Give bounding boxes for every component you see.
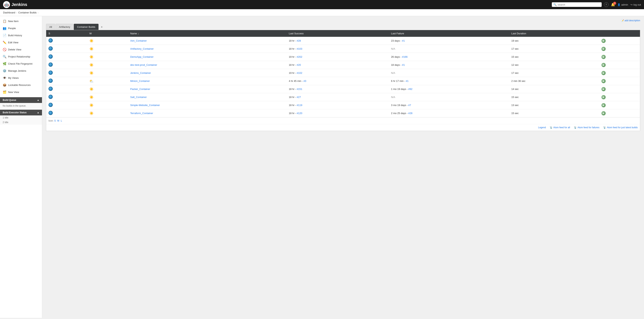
breadcrumb-dashboard[interactable]: Dashboard <box>3 11 15 14</box>
add-tab-button[interactable]: + <box>99 24 104 30</box>
run-button[interactable]: ▶ <box>602 63 606 67</box>
job-name-link[interactable]: Salt_Container <box>130 96 147 98</box>
name-cell: DemoApp_Container <box>128 53 286 61</box>
job-name-link[interactable]: Simple-Website_Container <box>130 104 160 106</box>
logout-label: log out <box>634 3 641 6</box>
build-executor-title-text: Build Executor Status <box>3 111 27 114</box>
sidebar-item-build-history[interactable]: 📄 Build History <box>0 32 42 39</box>
atom-all-link[interactable]: 📡 Atom feed for all <box>550 126 570 129</box>
col-name[interactable]: Name ↓ <box>128 30 286 37</box>
last-success-link[interactable]: #27 <box>297 96 301 98</box>
job-name-link[interactable]: dev-test-prod_Container <box>130 64 157 66</box>
run-button[interactable]: ▶ <box>602 103 606 107</box>
last-success-link[interactable]: #3 <box>304 80 306 82</box>
help-button[interactable]: ? <box>604 2 608 7</box>
search-input[interactable] <box>558 3 600 6</box>
build-queue-title: Build Queue <box>3 99 16 102</box>
icon-size-l[interactable]: L <box>61 120 62 122</box>
job-name-link[interactable]: Terraform_Container <box>130 112 153 115</box>
job-name-link[interactable]: Aim_Container <box>130 39 147 42</box>
tab-artifactory[interactable]: Artifactory <box>56 24 74 30</box>
status-cell <box>46 85 87 93</box>
last-success-cell: 19 hr - #202 <box>286 53 389 61</box>
last-success-text: 4 hr 45 min - <box>289 80 304 82</box>
weather-cell: ☀️ <box>87 45 128 53</box>
last-success-link[interactable]: #28 <box>297 39 301 42</box>
last-success-cell: 18 hr - #151 <box>286 85 389 93</box>
sidebar-label-my-views: My Views <box>8 76 18 79</box>
run-button[interactable]: ▶ <box>602 39 606 43</box>
jenkins-logo[interactable]: 🤖 Jenkins <box>3 1 27 8</box>
run-button[interactable]: ▶ <box>602 87 606 91</box>
build-queue-section[interactable]: Build Queue ▲ <box>0 97 42 103</box>
run-button[interactable]: ▶ <box>602 111 606 116</box>
logout-button[interactable]: ↪ log out <box>630 3 641 6</box>
last-failure-link[interactable]: #1 <box>406 80 408 82</box>
sidebar-item-people[interactable]: 👥 People <box>0 25 42 32</box>
last-success-link[interactable]: #119 <box>297 104 302 106</box>
last-success-link[interactable]: #202 <box>297 56 302 58</box>
sidebar-label-people: People <box>8 27 16 30</box>
last-success-text: 18 hr - <box>289 64 297 66</box>
sidebar-item-delete-view[interactable]: 🚫 Delete View <box>0 46 42 53</box>
run-button[interactable]: ▶ <box>602 71 606 75</box>
run-button[interactable]: ▶ <box>602 79 606 83</box>
action-cell: ▶ <box>599 93 640 101</box>
tab-all[interactable]: All <box>46 24 55 30</box>
run-button[interactable]: ▶ <box>602 47 606 51</box>
add-description-label: add description <box>625 19 640 22</box>
icon-size-m[interactable]: M <box>57 120 59 122</box>
status-ball <box>48 78 53 83</box>
last-success-cell: 18 hr - #103 <box>286 45 389 53</box>
last-success-link[interactable]: #20 <box>297 64 301 66</box>
job-name-link[interactable]: Artifactory_Container <box>130 47 154 50</box>
atom-failures-link[interactable]: 📡 Atom feed for failures <box>574 126 599 129</box>
duration-text: 17 sec <box>511 72 519 74</box>
main-toolbar: 📝 add description <box>46 19 640 22</box>
job-name-link[interactable]: Jenkins_Container <box>130 72 151 74</box>
atom-latest-link[interactable]: 📡 Atom feed for just latest builds <box>603 126 638 129</box>
weather-cell: ☀️ <box>87 109 128 117</box>
last-success-link[interactable]: #120 <box>297 112 302 115</box>
sidebar-item-my-views[interactable]: 👁️ My Views <box>0 74 42 82</box>
last-failure-link[interactable]: #1 <box>402 39 404 42</box>
sidebar-item-edit-view[interactable]: ✏️ Edit View <box>0 39 42 46</box>
last-failure-na: N/A <box>391 47 395 50</box>
duration-text: 15 sec <box>511 96 519 98</box>
last-success-link[interactable]: #103 <box>297 47 302 50</box>
weather-cell: ☀️ <box>87 61 128 69</box>
last-failure-link[interactable]: #166 <box>402 56 408 58</box>
sidebar-item-new-item[interactable]: 📋 New Item <box>0 18 42 25</box>
run-button[interactable]: ▶ <box>602 55 606 59</box>
executor-2-num: 2 <box>3 121 4 124</box>
sidebar-item-lockable-resources[interactable]: 📦 Lockable Resources <box>0 82 42 88</box>
weather-icon: ☀️ <box>89 39 94 43</box>
tab-container-builds[interactable]: Container Builds <box>74 24 98 30</box>
icon-size-s[interactable]: S <box>54 120 56 122</box>
notification-button[interactable]: 🔔 2 <box>611 2 615 7</box>
my-views-icon: 👁️ <box>3 76 6 80</box>
job-name-link[interactable]: Packer_Container <box>130 88 150 90</box>
last-failure-link[interactable]: #7 <box>408 104 411 106</box>
build-queue-content: No builds in the queue. <box>0 103 42 109</box>
sidebar-item-new-view[interactable]: 🗂️ New View <box>0 88 42 96</box>
last-success-link[interactable]: #151 <box>297 88 302 90</box>
job-name-link[interactable]: DemoApp_Container <box>130 56 154 58</box>
table-row: ☀️ Simple-Website_Container 18 hr - #119… <box>46 101 640 109</box>
breadcrumb-current: Container Builds <box>18 11 36 14</box>
sidebar-item-manage-jenkins[interactable]: ⚙️ Manage Jenkins <box>0 67 42 74</box>
run-button[interactable]: ▶ <box>602 95 606 99</box>
last-failure-link[interactable]: #92 <box>408 88 412 90</box>
legend-link[interactable]: Legend <box>538 126 546 129</box>
last-failure-link[interactable]: #1 <box>402 64 404 66</box>
job-name-link[interactable]: Minion_Container <box>130 80 150 82</box>
last-success-text: 18 hr - <box>289 96 297 98</box>
last-failure-link[interactable]: #28 <box>408 112 412 115</box>
view-tabs: All Artifactory Container Builds + <box>46 24 640 30</box>
build-executor-section[interactable]: Build Executor Status ▲ <box>0 110 42 116</box>
duration-text: 15 sec <box>511 56 519 58</box>
sidebar-item-project-relationship[interactable]: 🔍 Project Relationship <box>0 53 42 60</box>
sidebar-item-check-fingerprint[interactable]: 🌿 Check File Fingerprint <box>0 60 42 67</box>
add-description-button[interactable]: 📝 add description <box>621 19 640 22</box>
last-success-link[interactable]: #102 <box>297 72 302 74</box>
